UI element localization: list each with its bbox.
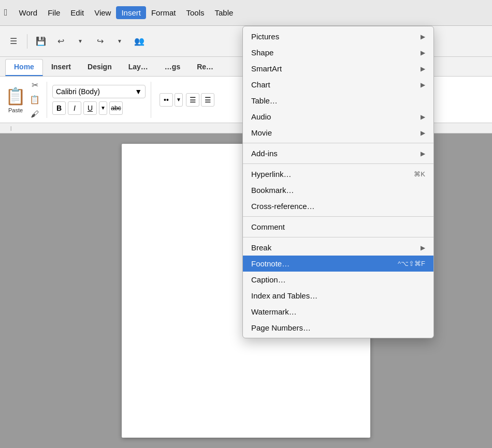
menu-item-break-left: Break [251,243,271,252]
font-name-label: Calibri (Body) [56,87,100,96]
underline-button[interactable]: U [83,101,97,115]
menu-tools[interactable]: Tools [181,6,209,19]
ruler-marker: | [10,126,11,131]
italic-button[interactable]: I [68,101,81,115]
menu-item-pictures-label: Pictures [251,32,279,41]
menu-item-movie-left: Movie [251,128,272,137]
menu-item-footnote-label: Footnote… [251,259,290,268]
menu-item-caption-label: Caption… [251,275,286,284]
menu-item-table[interactable]: Table… [243,93,433,109]
menu-item-movie-label: Movie [251,128,272,137]
menu-item-table-label: Table… [251,96,278,105]
paste-button[interactable]: 📋 Paste [5,86,26,113]
menu-item-bookmark[interactable]: Bookmark… [243,182,433,198]
apple-menu-icon[interactable]:  [4,7,8,18]
bold-button[interactable]: B [52,101,66,115]
menu-insert[interactable]: Insert [116,6,146,19]
menu-table[interactable]: Table [210,6,239,19]
redo-btn[interactable]: ↪ [92,33,108,50]
paste-label: Paste [8,107,23,113]
sidebar-toggle-btn[interactable]: ☰ [5,33,22,50]
chart-arrow-icon: ▶ [421,81,425,88]
menu-item-addins[interactable]: Add-ins ▶ [243,145,433,161]
menu-edit[interactable]: Edit [65,6,89,19]
cut-button[interactable]: ✂ [28,79,41,92]
menu-item-caption[interactable]: Caption… [243,272,433,288]
menu-item-table-left: Table… [251,96,278,105]
menu-divider-3 [243,216,433,217]
bullet-list-button[interactable]: •• [160,93,173,107]
paste-group: 📋 Paste ✂ 📋 🖌 [5,82,47,118]
menu-item-footnote[interactable]: Footnote… ^⌥⇧⌘F [243,256,433,272]
menu-divider-4 [243,237,433,237]
strikethrough-button[interactable]: abc [109,101,123,115]
menu-item-movie[interactable]: Movie ▶ [243,125,433,141]
align-center-button[interactable]: ☰ [201,93,214,107]
toolbar-separator-1 [27,34,27,49]
menu-item-audio[interactable]: Audio ▶ [243,109,433,125]
menu-item-break-label: Break [251,243,271,252]
menu-item-caption-left: Caption… [251,275,286,284]
menu-item-smartart-label: SmartArt [251,64,282,73]
menu-item-chart-left: Chart [251,80,270,89]
underline-dropdown[interactable]: ▼ [99,101,107,115]
menu-item-pictures[interactable]: Pictures ▶ [243,28,433,44]
menu-format[interactable]: Format [146,6,181,19]
menu-divider-1 [243,143,433,143]
menu-item-smartart-left: SmartArt [251,64,282,73]
undo-btn[interactable]: ↩ [52,33,69,50]
menu-item-crossref[interactable]: Cross-reference… [243,198,433,214]
tab-references[interactable]: …gs [156,59,189,76]
menu-item-hyperlink-label: Hyperlink… [251,170,292,178]
menu-item-indexandtables-left: Index and Tables… [251,291,317,300]
redo-dropdown-btn[interactable]: ▼ [111,33,128,50]
menu-item-bookmark-label: Bookmark… [251,186,294,195]
tab-review[interactable]: Re… [189,59,222,76]
menu-item-footnote-left: Footnote… [251,259,290,268]
hyperlink-shortcut: ⌘K [414,170,425,178]
font-name-select[interactable]: Calibri (Body) ▼ [52,85,146,98]
menu-item-watermark[interactable]: Watermark… [243,304,433,320]
menu-item-comment-label: Comment [251,222,285,231]
menu-bar:  Word File Edit View Insert Format Tool… [0,0,492,26]
tab-insert[interactable]: Insert [43,59,79,76]
tab-home[interactable]: Home [5,59,43,76]
menu-item-indexandtables[interactable]: Index and Tables… [243,288,433,304]
menu-word[interactable]: Word [14,6,43,19]
menu-item-comment[interactable]: Comment [243,219,433,235]
align-left-button[interactable]: ☰ [186,93,199,107]
menu-item-smartart[interactable]: SmartArt ▶ [243,61,433,77]
menu-item-break[interactable]: Break ▶ [243,240,433,256]
menu-item-hyperlink-left: Hyperlink… [251,170,292,178]
menu-item-shape[interactable]: Shape ▶ [243,44,433,61]
copy-button[interactable]: 📋 [28,93,41,107]
smartart-arrow-icon: ▶ [421,65,425,72]
menu-item-pagenumbers-left: Page Numbers… [251,323,311,332]
menu-item-hyperlink[interactable]: Hyperlink… ⌘K [243,166,433,182]
menu-item-crossref-label: Cross-reference… [251,202,315,211]
tab-layout[interactable]: Lay… [120,59,156,76]
share-btn[interactable]: 👥 [131,33,148,50]
undo-dropdown-btn[interactable]: ▼ [72,33,89,50]
menu-item-chart[interactable]: Chart ▶ [243,77,433,93]
tab-design[interactable]: Design [79,59,120,76]
save-btn[interactable]: 💾 [33,33,49,50]
menu-item-shape-left: Shape [251,48,273,57]
insert-dropdown-menu: Pictures ▶ Shape ▶ SmartArt ▶ Chart ▶ Ta… [242,26,434,338]
menu-item-addins-label: Add-ins [251,149,278,158]
movie-arrow-icon: ▶ [421,129,425,137]
addins-arrow-icon: ▶ [421,150,425,157]
menu-item-shape-label: Shape [251,48,273,57]
menu-view[interactable]: View [89,6,116,19]
shape-arrow-icon: ▶ [421,49,425,56]
format-painter-button[interactable]: 🖌 [28,108,41,121]
font-group: Calibri (Body) ▼ B I U ▼ abc [52,82,151,118]
menu-file[interactable]: File [42,6,65,19]
menu-item-crossref-left: Cross-reference… [251,202,315,211]
menu-item-addins-left: Add-ins [251,149,278,158]
menu-item-watermark-label: Watermark… [251,307,297,316]
bullet-dropdown[interactable]: ▼ [175,93,183,107]
align-buttons: ☰ ☰ [186,93,214,107]
audio-arrow-icon: ▶ [421,113,425,121]
menu-item-pagenumbers[interactable]: Page Numbers… [243,320,433,336]
